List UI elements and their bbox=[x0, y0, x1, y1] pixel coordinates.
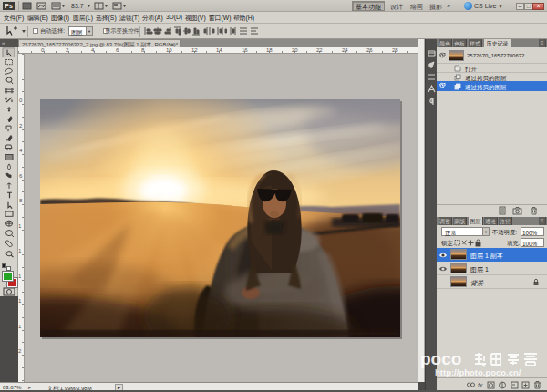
svg-text:83.7: 83.7 bbox=[71, 3, 84, 9]
svg-text:fx: fx bbox=[478, 382, 483, 388]
